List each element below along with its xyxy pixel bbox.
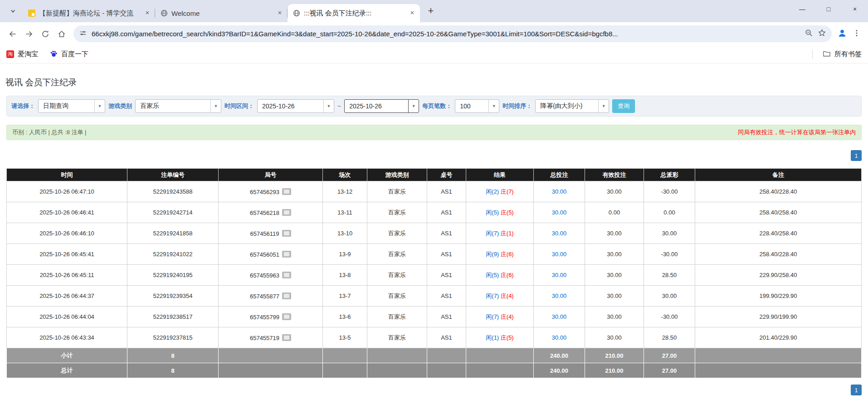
- baidu-paw-icon: [50, 50, 58, 59]
- tab-bet-records-active[interactable]: :::视讯 会员下注纪录::: ×: [288, 4, 420, 22]
- col-header-bet-id: 注单编号: [127, 169, 219, 181]
- total-bet-link[interactable]: 30.00: [552, 230, 567, 237]
- site-info-tune-icon[interactable]: [79, 29, 87, 39]
- game-category-select[interactable]: 百家乐: [135, 99, 221, 113]
- cell-bet-id: 522919243588: [127, 181, 219, 202]
- total-bet-link[interactable]: 30.00: [552, 292, 567, 299]
- subtotal-label: 小计: [7, 348, 127, 363]
- result-player: 闲(2): [486, 188, 499, 195]
- page-1-button[interactable]: 1: [851, 385, 862, 395]
- new-tab-button[interactable]: +: [424, 5, 437, 18]
- cell-round-id: 657455877: [219, 286, 323, 307]
- date-start-select[interactable]: 2025-10-26: [257, 99, 334, 113]
- round-id-text: 657455963: [250, 272, 279, 279]
- cell-game-type: 百家乐: [367, 202, 427, 223]
- cell-total-bet: 30.00: [534, 244, 585, 265]
- empty-cell: [466, 348, 534, 363]
- total-bet-link[interactable]: 30.00: [552, 251, 567, 258]
- bookmark-label: 百度一下: [61, 50, 88, 58]
- subtotal-row: 小计 8 240.00 210.00 27.00: [7, 348, 862, 363]
- maximize-button[interactable]: □: [815, 0, 842, 18]
- table-row: 2025-10-26 06:45:11 522919240195 6574559…: [7, 265, 862, 286]
- total-bet-link[interactable]: 30.00: [552, 272, 567, 278]
- divider: [812, 50, 813, 59]
- page-title: 视讯 会员下注纪录: [5, 77, 868, 88]
- folder-icon: [823, 50, 831, 58]
- col-header-game-type: 游戏类别: [367, 169, 427, 181]
- cell-game-type: 百家乐: [367, 286, 427, 307]
- round-replay-image-icon[interactable]: [282, 230, 291, 237]
- round-replay-image-icon[interactable]: [282, 272, 291, 278]
- cell-result: 闲(9) 庄(6): [466, 244, 534, 265]
- query-type-select[interactable]: 日期查询: [38, 99, 105, 113]
- grandtotal-count: 8: [127, 363, 219, 378]
- bookmark-taobao[interactable]: 淘 爱淘宝: [6, 50, 38, 58]
- tab-close-icon[interactable]: ×: [276, 9, 284, 17]
- all-bookmarks[interactable]: 所有书签: [812, 50, 862, 59]
- zoom-magnifier-icon[interactable]: [805, 29, 813, 39]
- cell-total-bet: 30.00: [534, 327, 585, 348]
- round-replay-image-icon[interactable]: [282, 251, 291, 258]
- sort-select[interactable]: 降幂(由大到小): [535, 99, 609, 113]
- page-1-button[interactable]: 1: [851, 150, 862, 161]
- cell-table-no: AS1: [427, 202, 466, 223]
- cell-round-id: 657455799: [219, 307, 323, 327]
- empty-cell: [367, 363, 427, 378]
- round-replay-image-icon[interactable]: [282, 209, 291, 216]
- cell-session: 13-10: [323, 223, 367, 244]
- total-bet-link[interactable]: 30.00: [552, 209, 567, 216]
- globe-favicon-icon: [293, 10, 300, 17]
- round-id-text: 657455799: [250, 314, 279, 321]
- round-replay-image-icon[interactable]: [282, 334, 291, 341]
- round-replay-image-icon[interactable]: [282, 292, 291, 299]
- page-size-label: 每页笔数：: [422, 102, 452, 110]
- grandtotal-total-bet: 240.00: [534, 363, 585, 378]
- close-window-button[interactable]: ×: [842, 0, 868, 18]
- minimize-button[interactable]: —: [789, 0, 815, 18]
- home-icon[interactable]: [54, 26, 70, 42]
- cell-session: 13-11: [323, 202, 367, 223]
- cell-remark: 258.40/228.40: [695, 244, 862, 265]
- result-player: 闲(1): [486, 334, 499, 341]
- cell-round-id: 657456293: [219, 181, 323, 202]
- cell-remark: 201.40/229.90: [695, 327, 862, 348]
- cell-table-no: AS1: [427, 307, 466, 327]
- page-size-select[interactable]: 100: [455, 99, 499, 113]
- reload-icon[interactable]: [37, 26, 54, 42]
- tab-search-chevron-icon[interactable]: [7, 6, 18, 17]
- cell-total-bet: 30.00: [534, 223, 585, 244]
- url-text[interactable]: 66cxkj98.com/game/betrecord_search/kind3…: [92, 30, 801, 38]
- total-bet-link[interactable]: 30.00: [552, 188, 567, 195]
- cell-game-type: 百家乐: [367, 244, 427, 265]
- round-replay-image-icon[interactable]: [282, 313, 291, 320]
- bookmark-baidu[interactable]: 百度一下: [50, 50, 88, 59]
- tab-title: Welcome: [171, 10, 272, 17]
- cell-total-bet: 30.00: [534, 265, 585, 286]
- forward-icon[interactable]: [21, 26, 37, 42]
- tab-close-icon[interactable]: ×: [408, 9, 416, 17]
- search-button[interactable]: 查询: [612, 99, 635, 113]
- result-player: 闲(7): [486, 313, 499, 320]
- cell-result: 闲(5) 庄(5): [466, 202, 534, 223]
- cell-remark: 199.90/229.90: [695, 286, 862, 307]
- cell-remark: 229.90/258.40: [695, 265, 862, 286]
- cell-game-type: 百家乐: [367, 181, 427, 202]
- cell-session: 13-9: [323, 244, 367, 265]
- summary-bar: 币别 : 人民币 | 总共 :8 注单 | 同局有效投注，统一计算在该局第一张注…: [6, 125, 862, 140]
- total-bet-link[interactable]: 30.00: [552, 334, 567, 341]
- date-end-select[interactable]: 2025-10-26: [344, 99, 419, 113]
- menu-dots-icon[interactable]: [853, 29, 861, 39]
- cell-time: 2025-10-26 06:44:04: [7, 307, 127, 327]
- total-bet-link[interactable]: 30.00: [552, 313, 567, 320]
- tab-close-icon[interactable]: ×: [143, 9, 151, 17]
- back-icon[interactable]: [5, 26, 21, 42]
- bookmark-star-icon[interactable]: [818, 29, 826, 39]
- cell-total-bet: 30.00: [534, 307, 585, 327]
- tab-welcome[interactable]: Welcome ×: [155, 4, 288, 22]
- round-replay-image-icon[interactable]: [282, 188, 291, 195]
- subtotal-valid-bet: 210.00: [585, 348, 644, 363]
- cell-result: 闲(7) 庄(1): [466, 223, 534, 244]
- address-bar[interactable]: 66cxkj98.com/game/betrecord_search/kind3…: [73, 25, 832, 42]
- tab-haiyan-forum[interactable]: 【新提醒】海燕论坛 - 博学交流 ×: [23, 4, 155, 22]
- profile-avatar-icon[interactable]: [837, 28, 847, 40]
